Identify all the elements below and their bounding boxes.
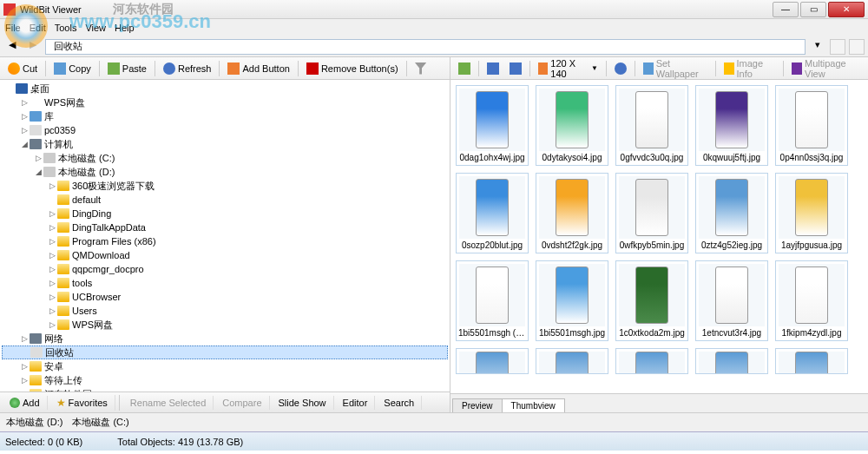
expander-icon[interactable]: ▷ xyxy=(47,209,57,218)
tree-item[interactable]: ◢本地磁盘 (D:) xyxy=(2,165,448,179)
refresh-thumbs-button[interactable] xyxy=(610,61,631,76)
tree-item[interactable]: default xyxy=(2,193,448,207)
thumbnail[interactable]: 0p4nn0ssj3q.jpg xyxy=(775,85,848,166)
tree-item[interactable]: ▷WPS网盘 xyxy=(2,95,448,109)
expander-icon[interactable]: ▷ xyxy=(19,334,30,343)
editor-button[interactable]: Editor xyxy=(336,396,376,410)
tree-item[interactable]: ▷Users xyxy=(2,304,448,318)
folder-tree[interactable]: 桌面▷WPS网盘▷库▷pc0359◢计算机▷本地磁盘 (C:)◢本地磁盘 (D:… xyxy=(0,80,450,391)
drive-c[interactable]: 本地磁盘 (C:) xyxy=(69,416,128,429)
thumbnail[interactable] xyxy=(536,348,608,374)
slideshow-button[interactable]: Slide Show xyxy=(272,396,334,410)
tree-item[interactable]: ▷pc0359 xyxy=(2,123,448,137)
filter-button[interactable] xyxy=(411,61,431,76)
tab-thumbview[interactable]: Thumbview xyxy=(502,398,565,412)
expander-icon[interactable]: ▷ xyxy=(33,154,43,162)
thumbnail[interactable] xyxy=(775,348,848,374)
imageinfo-button[interactable]: Image Info xyxy=(720,56,780,81)
add-toolbar-button[interactable]: Add Button xyxy=(223,61,293,76)
thumbnail[interactable]: 0vdsht2f2gk.jpg xyxy=(536,173,608,253)
path-dropdown-icon[interactable]: ▾ xyxy=(809,39,826,55)
thumbnail-grid[interactable]: 0dag1ohx4wj.jpg0dytakysoi4.jpg0gfvvdc3u0… xyxy=(450,80,868,393)
copy-button[interactable]: Copy xyxy=(49,61,95,76)
drive-d[interactable]: 本地磁盘 (D:) xyxy=(3,416,62,429)
thumbnail[interactable]: 0wfkpyb5min.jpg xyxy=(615,173,688,253)
nav-back-icon[interactable]: ◀ xyxy=(3,39,21,55)
path-input[interactable]: 回收站 xyxy=(45,39,806,55)
menu-tools[interactable]: Tools xyxy=(55,23,77,33)
tree-item[interactable]: ▷网络 xyxy=(2,332,448,345)
menu-view[interactable]: View xyxy=(85,23,106,33)
thumbnail[interactable]: 0dytakysoi4.jpg xyxy=(536,85,608,166)
tab-preview[interactable]: Preview xyxy=(452,398,503,412)
tree-item[interactable]: ▷库 xyxy=(2,109,448,123)
menu-file[interactable]: File xyxy=(5,23,21,33)
expander-icon[interactable]: ▷ xyxy=(47,223,57,232)
search-button[interactable]: Search xyxy=(377,396,422,410)
thumbnail[interactable]: 0kqwuuj5ftj.jpg xyxy=(695,85,768,166)
thumbnail[interactable]: 1c0xtkoda2m.jpg xyxy=(615,260,688,341)
expander-icon[interactable]: ▷ xyxy=(47,237,57,246)
panel-toggle-button[interactable] xyxy=(830,39,845,55)
tree-item[interactable]: ▷DingTalkAppData xyxy=(2,220,448,234)
thumbnail[interactable] xyxy=(456,348,529,374)
thumbnail[interactable]: 1bi5501msgh (1).jpg xyxy=(456,260,529,341)
refresh-button[interactable]: Refresh xyxy=(159,61,216,76)
maximize-button[interactable]: ▭ xyxy=(800,2,826,17)
thumbnail[interactable]: 1fkipm4zydl.jpg xyxy=(775,260,848,341)
thumbnail[interactable]: 1etncvut3r4.jpg xyxy=(695,260,768,341)
expander-icon[interactable]: ▷ xyxy=(19,126,30,135)
tree-item[interactable]: ▷等待上传 xyxy=(2,373,448,387)
tree-item[interactable]: ▷Program Files (x86) xyxy=(2,234,448,248)
expander-icon[interactable]: ▷ xyxy=(19,362,30,371)
tree-item[interactable]: 回收站 xyxy=(2,345,448,359)
tree-item[interactable]: ▷qqpcmgr_docpro xyxy=(2,262,448,276)
up-button[interactable] xyxy=(483,61,503,76)
expander-icon[interactable]: ▷ xyxy=(47,306,57,315)
thumbnail[interactable]: 0dag1ohx4wj.jpg xyxy=(456,85,529,166)
nav-fwd-icon[interactable]: ▶ xyxy=(24,39,42,55)
add-button[interactable]: Add xyxy=(3,396,48,410)
wallpaper-button[interactable]: Set Wallpaper xyxy=(639,56,712,81)
thumbnail[interactable] xyxy=(615,348,688,374)
thumbnail[interactable]: 1bi5501msgh.jpg xyxy=(536,260,608,341)
tree-item[interactable]: ▷UCBrowser xyxy=(2,290,448,304)
expander-icon[interactable]: ◢ xyxy=(19,140,30,148)
expander-icon[interactable]: ▷ xyxy=(19,376,30,385)
expander-icon[interactable]: ▷ xyxy=(47,181,57,190)
expander-icon[interactable]: ◢ xyxy=(33,168,43,176)
tree-item[interactable]: ▷QMDownload xyxy=(2,248,448,262)
menu-edit[interactable]: Edit xyxy=(30,23,46,33)
thumbnail[interactable]: 0gfvvdc3u0q.jpg xyxy=(615,85,688,166)
tree-item[interactable]: ▷WPS网盘 xyxy=(2,318,448,332)
expander-icon[interactable]: ▷ xyxy=(47,279,57,287)
compare-button[interactable]: Compare xyxy=(215,396,269,410)
down-button[interactable] xyxy=(505,61,526,76)
tree-item[interactable]: 桌面 xyxy=(2,82,448,95)
favorites-button[interactable]: ★Favorites xyxy=(49,395,115,411)
rotate-button[interactable] xyxy=(454,61,475,76)
multipage-button[interactable]: Multipage View xyxy=(787,56,865,81)
thumbnail[interactable] xyxy=(695,348,768,374)
thumbsize-button[interactable]: 120 X 140▼ xyxy=(534,56,602,81)
tree-item[interactable]: ◢计算机 xyxy=(2,137,448,151)
fullscreen-button[interactable] xyxy=(849,39,865,55)
tree-item[interactable]: ▷本地磁盘 (C:) xyxy=(2,151,448,165)
cut-button[interactable]: Cut xyxy=(3,61,42,76)
thumbnail[interactable]: 0sozp20blut.jpg xyxy=(456,173,529,253)
thumbnail[interactable]: 0ztz4g52ieg.jpg xyxy=(695,173,768,253)
tree-item[interactable]: ▷360极速浏览器下载 xyxy=(2,179,448,193)
menu-help[interactable]: Help xyxy=(115,23,135,33)
expander-icon[interactable]: ▷ xyxy=(47,320,57,329)
expander-icon[interactable]: ▷ xyxy=(47,265,57,273)
remove-toolbar-button[interactable]: Remove Button(s) xyxy=(302,61,403,76)
expander-icon[interactable]: ▷ xyxy=(19,112,30,121)
thumbnail[interactable]: 1ayjfpgusua.jpg xyxy=(775,173,848,253)
rename-button[interactable]: Rename Selected xyxy=(123,396,214,410)
close-button[interactable]: ✕ xyxy=(828,2,865,17)
tree-item[interactable]: ▷安卓 xyxy=(2,359,448,373)
expander-icon[interactable]: ▷ xyxy=(47,293,57,301)
expander-icon[interactable]: ▷ xyxy=(19,98,30,107)
paste-button[interactable]: Paste xyxy=(103,61,151,76)
tree-item[interactable]: ▷tools xyxy=(2,276,448,290)
